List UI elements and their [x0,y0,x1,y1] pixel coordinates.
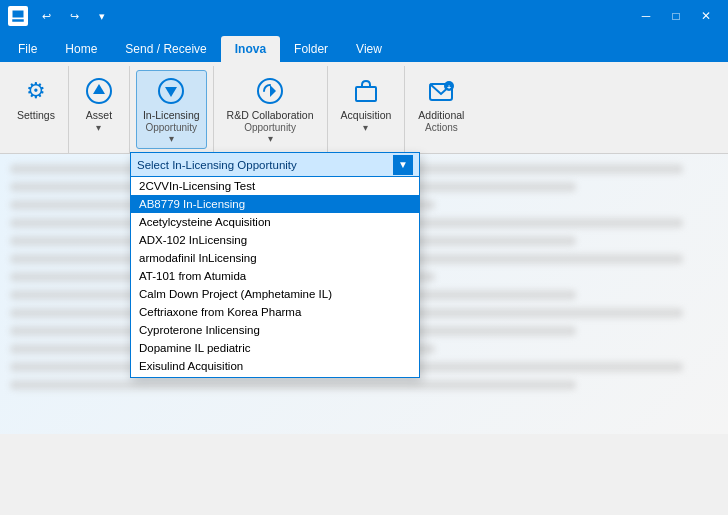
list-item[interactable]: 2CVVIn-Licensing Test [131,177,419,195]
list-item[interactable]: ADX-102 InLicensing [131,231,419,249]
svg-rect-8 [356,87,376,101]
inlicensing-dropdown: Select In-Licensing Opportunity ▼ 2CVVIn… [130,152,420,378]
asset-buttons: Asset ▾ [75,70,123,149]
settings-buttons: ⚙ Settings [10,70,62,149]
tab-folder[interactable]: Folder [280,36,342,62]
asset-button[interactable]: Asset ▾ [75,70,123,138]
additional-label: Additional [418,109,464,122]
list-item[interactable]: Ceftriaxone from Korea Pharma [131,303,419,321]
inlicensing-button[interactable]: In-Licensing Opportunity ▾ [136,70,207,149]
additional-sublabel: Actions [425,122,458,133]
blur-line [10,380,576,390]
tab-sendreceive[interactable]: Send / Receive [111,36,220,62]
inlicensing-buttons: In-Licensing Opportunity ▾ [136,70,207,149]
quick-access-dropdown[interactable]: ▾ [90,4,114,28]
list-item[interactable]: armodafinil InLicensing [131,249,419,267]
svg-text:+: + [447,84,451,91]
rd-icon [254,75,286,107]
asset-sublabel: ▾ [96,122,101,133]
asset-label: Asset [86,109,112,122]
list-item[interactable]: AT-101 from Atumida [131,267,419,285]
rd-sublabel: Opportunity [244,122,296,133]
ribbon-tabs: File Home Send / Receive Inova Folder Vi… [0,32,728,62]
asset-group: Asset ▾ [69,66,130,153]
inlicensing-group: In-Licensing Opportunity ▾ [130,66,214,153]
maximize-button[interactable]: □ [662,2,690,30]
tab-view[interactable]: View [342,36,396,62]
acquisition-buttons: Acquisition ▾ [334,70,399,149]
acquisition-arrow: ▾ [363,122,368,133]
quick-access-toolbar: ↩ ↪ ▾ [34,4,114,28]
list-item[interactable]: Dopamine IL pediatric [131,339,419,357]
additional-buttons: + Additional Actions [411,70,471,149]
svg-rect-0 [12,10,24,18]
list-item[interactable]: Exisulind Acquisition [131,357,419,375]
settings-button[interactable]: ⚙ Settings [10,70,62,127]
tab-inova[interactable]: Inova [221,36,280,62]
app-icon [8,6,28,26]
acquisition-label: Acquisition [341,109,392,122]
dropdown-list: 2CVVIn-Licensing Test AB8779 In-Licensin… [131,177,419,377]
minimize-button[interactable]: ─ [632,2,660,30]
gear-icon: ⚙ [20,75,52,107]
rd-buttons: R&D Collaboration Opportunity ▾ [220,70,321,149]
svg-marker-3 [93,84,105,94]
additional-button[interactable]: + Additional Actions [411,70,471,138]
list-item[interactable]: Calm Down Project (Amphetamine IL) [131,285,419,303]
redo-button[interactable]: ↪ [62,4,86,28]
ribbon: ⚙ Settings Asset ▾ [0,62,728,154]
list-item[interactable]: Cyproterone Inlicensing [131,321,419,339]
dropdown-placeholder: Select In-Licensing Opportunity [137,159,393,171]
inlicensing-label: In-Licensing [143,109,200,122]
acquisition-group: Acquisition ▾ [328,66,406,153]
acquisition-button[interactable]: Acquisition ▾ [334,70,399,138]
title-bar: ↩ ↪ ▾ ─ □ ✕ [0,0,728,32]
svg-marker-7 [270,85,276,97]
rd-label: R&D Collaboration [227,109,314,122]
svg-marker-5 [165,87,177,97]
close-button[interactable]: ✕ [692,2,720,30]
tab-file[interactable]: File [4,36,51,62]
list-item[interactable]: IL Oppty, AB Science asset [131,375,419,377]
rd-arrow: ▾ [268,133,273,144]
settings-group: ⚙ Settings [4,66,69,153]
asset-icon [83,75,115,107]
svg-rect-1 [12,19,24,22]
window-controls: ─ □ ✕ [632,2,720,30]
acquisition-icon [350,75,382,107]
settings-label: Settings [17,109,55,122]
inlicensing-arrow: ▾ [169,133,174,144]
additional-group: + Additional Actions [405,66,477,153]
dropdown-select-bar[interactable]: Select In-Licensing Opportunity ▼ [131,153,419,177]
inlicensing-sublabel: Opportunity [145,122,197,133]
undo-button[interactable]: ↩ [34,4,58,28]
dropdown-arrow-button[interactable]: ▼ [393,155,413,175]
inlicensing-icon [155,75,187,107]
rd-group: R&D Collaboration Opportunity ▾ [214,66,328,153]
list-item[interactable]: AB8779 In-Licensing [131,195,419,213]
list-item[interactable]: Acetylcysteine Acquisition [131,213,419,231]
additional-icon: + [425,75,457,107]
rd-button[interactable]: R&D Collaboration Opportunity ▾ [220,70,321,149]
tab-home[interactable]: Home [51,36,111,62]
